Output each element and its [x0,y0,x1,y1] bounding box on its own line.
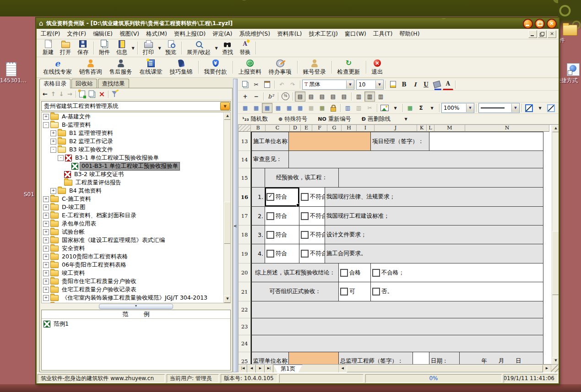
find-button[interactable]: 查找 [219,39,236,57]
row-header-20[interactable]: 20 [239,263,251,282]
nav-back-button[interactable]: ← [43,91,48,97]
resize-grip[interactable] [551,365,559,372]
tree-expander-icon[interactable]: + [43,287,49,293]
chevron-down-icon[interactable]: ▼ [375,81,383,89]
superscript-button[interactable]: b² [266,91,276,102]
fill-color-button[interactable] [432,80,442,90]
align-left-button[interactable]: ▤ [306,91,316,102]
sheet-cell[interactable]: 不符合 [299,188,325,207]
tree-item[interactable]: +B1 监理管理资料 [42,129,230,137]
checkbox-empty-icon[interactable] [372,288,380,295]
tree-item[interactable]: B3-2 竣工移交证书 [42,170,230,178]
sheet-cell[interactable]: 2. [251,207,265,226]
tree-item[interactable]: +国家标准《建设工程监理规范》表式汇编 [42,236,230,244]
print-button[interactable]: 打印 [140,39,157,57]
sheet-scrollbar-thumb[interactable] [552,231,559,295]
first-page-button[interactable]: |◀ [239,365,247,373]
sheet-cell[interactable]: 设计文件要求； [325,226,543,244]
chevron-down-icon[interactable]: ▼ [157,46,162,50]
insert-row-button[interactable]: ▦ [251,103,261,113]
checkbox-empty-icon[interactable] [372,269,380,277]
column-header-G[interactable]: G [327,125,342,132]
close-button[interactable]: × [547,19,557,29]
chevron-down-icon[interactable]: ▼ [466,104,474,112]
sheet-cell[interactable]: 可 [339,282,371,301]
checkbox-checked-icon[interactable] [266,193,274,201]
zoom-combobox[interactable]: 100% ▼ [441,103,474,113]
sheet-vertical-scrollbar[interactable]: ▲ ▼ [552,125,559,365]
renumber-button[interactable]: NO重新编号 [315,114,353,124]
sheet-cell[interactable]: 4. [251,244,265,263]
paste-button[interactable] [262,80,272,90]
desktop-folder-icon[interactable]: 件 [559,25,581,44]
mdi-minimize-button[interactable] [528,30,537,38]
online-expert-button[interactable]: 在线找专家 [39,59,76,76]
previous-page-button[interactable]: ◀ [247,365,256,373]
nav-up-button[interactable]: ↑ [51,91,56,97]
image-dropdown-button[interactable]: ▼ [390,103,401,113]
sheet-cell[interactable]: 经预验收，该工程： [265,168,339,188]
filter-icon[interactable] [112,91,117,97]
info-button[interactable]: 信息 [113,39,130,57]
random-number-button[interactable]: ¹₂₃随机数 [240,114,270,124]
tips-button[interactable]: 技巧集锦 [166,59,196,76]
tree-expander-icon[interactable]: + [43,213,49,219]
sheet-cell[interactable] [251,335,543,352]
line-style-combobox[interactable]: ▼ [478,103,520,113]
cell-shading-dropdown-button[interactable]: ▼ [557,103,559,113]
merge-cell-button[interactable]: ▦ [262,103,272,113]
sheet-cell[interactable]: 不符合 [299,244,325,263]
column-header-B[interactable]: B [251,125,266,132]
decrease-button[interactable]: − [251,91,261,102]
column-header-E[interactable]: E [301,125,312,132]
checkbox-empty-icon[interactable] [301,212,309,220]
cell-shading-button[interactable] [546,103,556,113]
tree-item[interactable]: +B2 监理工作记录 [42,137,230,145]
mdi-restore-button[interactable] [538,30,547,38]
sheet-cell[interactable]: 不符合 [299,226,325,244]
copy-button[interactable] [240,80,250,90]
bold-button[interactable]: B [399,80,409,90]
tree-expander-icon[interactable]: + [43,254,49,260]
menu-item[interactable]: 工具(T) [373,30,392,38]
cut-button[interactable]: ✂ [251,80,261,90]
tree-item[interactable]: +06年贵阳市工程资料表格 [42,261,230,269]
border-color-button[interactable] [524,103,534,113]
horizontal-scrollbar-thumb[interactable] [347,365,543,372]
checkbox-empty-icon[interactable] [266,231,274,239]
format-painter-button[interactable] [388,80,398,90]
vertical-splitter[interactable]: < [233,79,238,372]
sheet-cell[interactable]: 符合 [265,188,299,207]
delete-row-button[interactable]: ▦ [295,103,305,113]
chevron-down-icon[interactable]: ▼ [346,81,354,89]
paste-link-button[interactable]: ✂ [364,103,375,113]
checkbox-empty-icon[interactable] [301,250,309,258]
menu-item[interactable]: 系统维护(S) [239,30,270,38]
selection-handle[interactable] [296,204,299,207]
sheet-cell[interactable]: 符合 [265,244,299,263]
tree-item[interactable]: -B3-1 单位工程竣工预验收报验单 [42,154,230,162]
column-header-I[interactable]: I [357,125,375,132]
undo-button[interactable]: ↶ [277,80,287,90]
catalog-dropdown-button[interactable]: ▼ [220,102,230,110]
save-button[interactable]: 保存 [74,39,92,57]
sheet-corner-cell[interactable] [239,125,251,132]
strikeline-dropdown-button[interactable]: ▼ [399,114,413,124]
align-justify-button[interactable]: ▤ [339,91,349,102]
tree-item[interactable]: +2010贵阳市工程资料表格 [42,252,230,261]
sheet-cell[interactable] [413,352,429,364]
minimize-button[interactable] [523,19,533,29]
nav-down-button[interactable]: ↓ [59,91,64,97]
mdi-close-button[interactable]: × [548,30,556,38]
tree-item[interactable]: -B-监理资料 [42,121,230,129]
example-item[interactable]: 范例1 [42,319,230,329]
stamp-button[interactable]: ▦ [306,103,316,113]
tree-expander-icon[interactable]: + [43,295,49,301]
checkbox-empty-icon[interactable] [340,288,348,295]
expand-collapse-button[interactable]: 展开/收起 [184,39,214,57]
sheet-cell[interactable]: 日期： [429,352,460,364]
tree-expander-icon[interactable]: + [50,139,56,145]
collapse-left-icon[interactable]: < [233,224,237,228]
sheet-cell[interactable]: 3. [251,226,265,244]
tree-expander-icon[interactable]: + [43,114,49,120]
